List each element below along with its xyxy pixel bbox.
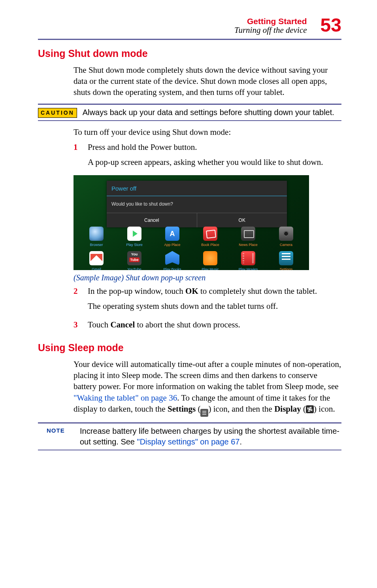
step-1-text-2: A pop-up screen appears, asking whether … <box>88 157 341 168</box>
note-label: NOTE <box>47 427 74 435</box>
step-1-text-1: Press and hold the Power button. <box>88 142 341 153</box>
caution-text: Always back up your data and settings be… <box>83 107 341 118</box>
step-number: 2 <box>74 285 79 316</box>
app-label: Play Music <box>194 267 227 270</box>
caution-label: CAUTION <box>38 108 77 118</box>
caution-box: CAUTION Always back up your data and set… <box>38 104 341 121</box>
book-place-icon[interactable] <box>203 227 217 241</box>
app-place-icon[interactable] <box>165 227 179 241</box>
page-header: Getting Started Turning off the device 5… <box>38 16 341 40</box>
screenshot-shutdown: Power off Would you like to shut down? C… <box>74 175 309 270</box>
dialog-prompt: Would you like to shut down? <box>107 196 287 213</box>
app-label: App Place <box>156 242 189 247</box>
app-label: Play Books <box>156 267 189 270</box>
heading-sleep-mode: Using Sleep mode <box>38 341 341 355</box>
step-2: 2 In the pop-up window, touch OK to comp… <box>74 285 341 316</box>
paragraph-turnoff-lead: To turn off your device using Shut down … <box>74 127 341 138</box>
paragraph-shutdown-intro: The Shut down mode completely shuts down… <box>74 64 341 98</box>
play-store-icon[interactable] <box>127 227 141 241</box>
app-label: Camera <box>270 242 303 247</box>
header-rule <box>38 39 341 40</box>
link-waking-tablet[interactable]: "Waking the tablet" on page 36 <box>74 393 177 403</box>
note-text: Increase battery life between charges by… <box>80 426 341 447</box>
step-3: 3 Touch Cancel to abort the shut down pr… <box>74 319 341 334</box>
power-off-dialog: Power off Would you like to shut down? C… <box>107 181 287 228</box>
heading-shut-down-mode: Using Shut down mode <box>38 47 341 61</box>
camera-icon[interactable] <box>279 227 293 241</box>
figure-caption: (Sample Image) Shut down pop-up screen <box>74 272 341 283</box>
step-1: 1 Press and hold the Power button. A pop… <box>74 142 341 172</box>
play-books-icon[interactable] <box>165 251 179 265</box>
youtube-icon[interactable] <box>127 251 141 265</box>
settings-icon <box>200 409 208 417</box>
settings-app-icon[interactable] <box>279 251 293 265</box>
app-label: Gmail <box>80 267 113 270</box>
link-display-settings[interactable]: "Display settings" on page 67 <box>137 437 240 446</box>
header-chapter: Getting Started <box>234 17 307 26</box>
step-3-text-1: Touch Cancel to abort the shut down proc… <box>88 319 341 330</box>
app-label: Play Movies <box>232 267 265 270</box>
app-label: Book Place <box>194 242 227 247</box>
browser-icon[interactable] <box>89 227 104 241</box>
header-section: Turning off the device <box>234 26 307 35</box>
shutdown-figure: Power off Would you like to shut down? C… <box>74 175 341 283</box>
app-label: Play Store <box>118 242 151 247</box>
dialog-ok-button[interactable]: OK <box>197 213 287 227</box>
app-label: News Place <box>232 242 265 247</box>
step-number: 3 <box>74 319 79 334</box>
dialog-cancel-button[interactable]: Cancel <box>107 213 197 227</box>
page-number: 53 <box>320 16 341 35</box>
dialog-title: Power off <box>107 181 287 196</box>
note-box: NOTE Increase battery life between charg… <box>38 422 341 450</box>
display-icon <box>306 405 314 413</box>
app-label: Settings <box>270 267 303 270</box>
play-movies-icon[interactable] <box>241 251 255 265</box>
play-music-icon[interactable] <box>203 251 217 265</box>
paragraph-sleep-mode: Your device will automatically time-out … <box>74 359 341 417</box>
step-2-text-1: In the pop-up window, touch OK to comple… <box>88 285 341 297</box>
news-place-icon[interactable] <box>241 227 255 241</box>
gmail-icon[interactable] <box>89 251 104 265</box>
step-number: 1 <box>74 142 79 172</box>
step-2-text-2: The operating system shuts down and the … <box>88 301 341 312</box>
app-label: YouTube <box>118 267 151 270</box>
app-label: Browser <box>80 242 113 247</box>
